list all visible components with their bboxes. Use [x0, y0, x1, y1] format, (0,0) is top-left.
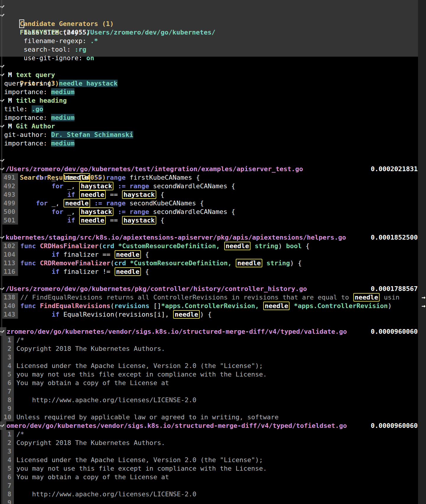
code-token	[20, 191, 67, 198]
code-line[interactable]: 10Unless required by applicable law or a…	[2, 413, 418, 421]
line-number: 493	[2, 190, 18, 199]
code-line[interactable]: 499 for _, needle := range secondKubeCAN…	[2, 199, 418, 207]
chevron-down-icon[interactable]	[0, 98, 4, 102]
prior-spacer	[4, 71, 8, 78]
code-line[interactable]: 113func CRDRemoveFinalizer(crd *CustomRe…	[2, 259, 418, 267]
code-line[interactable]: 4Licensed under the Apache License, Vers…	[2, 456, 418, 464]
code-line[interactable]: 5you may not use this file except in com…	[2, 370, 418, 379]
match-highlight: needle	[236, 259, 262, 267]
candidate-generators-header[interactable]: Candidate Generators (1)	[4, 2, 426, 11]
prior-field-value[interactable]: needle haystack	[59, 80, 118, 87]
code-line[interactable]: 140func FindEqualRevisions(revisions []*…	[2, 302, 418, 310]
code-text: for _, haystack := range secondWardleCAN…	[18, 182, 418, 190]
chevron-down-icon[interactable]	[0, 329, 4, 333]
result-file-row[interactable]: /Users/zromero/dev/go/kubernetes/test/in…	[2, 165, 418, 173]
line-number: 143	[2, 310, 18, 319]
prior-item-header[interactable]: M text query	[2, 71, 418, 79]
code-line[interactable]: 7	[2, 387, 418, 396]
prior-importance-marker: M	[8, 97, 12, 104]
prior-field-value[interactable]: medium	[51, 140, 74, 147]
code-line[interactable]: 491 for _, needle := range firstKubeCANa…	[2, 173, 418, 182]
code-line[interactable]: 492 for _, haystack := range secondWardl…	[2, 182, 418, 190]
result-file-path[interactable]: /Users/zromero/dev/go/kubernetes/pkg/con…	[6, 284, 307, 293]
code-token	[114, 208, 118, 215]
prior-field-value[interactable]: Dr. Stefan Schimanski	[51, 131, 133, 138]
code-token: for	[52, 208, 64, 215]
code-line[interactable]: 104 if finalizer == needle {	[2, 250, 418, 259]
code-text: func FindEqualRevisions(revisions []*app…	[18, 302, 418, 310]
code-text: if needle == haystack {	[18, 216, 418, 225]
code-line[interactable]: 6You may obtain a copy of the License at	[2, 379, 418, 387]
code-line[interactable]: 116 if finalizer != needle {	[2, 267, 418, 276]
setting-value[interactable]: on	[86, 54, 94, 62]
chevron-down-icon[interactable]	[0, 158, 4, 162]
prior-field-value[interactable]: medium	[51, 114, 74, 121]
result-file-path[interactable]: kubernetes/staging/src/k8s.io/apiextensi…	[6, 233, 346, 242]
search-results-header[interactable]: Search Results (24055)	[2, 156, 418, 165]
code-line[interactable]: 7	[2, 481, 418, 490]
code-text	[14, 387, 418, 396]
chevron-down-icon[interactable]	[0, 286, 4, 290]
code-line[interactable]: 4Licensed under the Apache License, Vers…	[2, 361, 418, 370]
code-text: Licensed under the Apache License, Versi…	[14, 456, 418, 464]
result-file-row[interactable]: /Users/zromero/dev/go/kubernetes/pkg/con…	[2, 284, 418, 293]
chevron-down-icon[interactable]	[0, 4, 4, 8]
code-line[interactable]: 501 if needle == haystack {	[2, 216, 418, 225]
code-token: :=	[118, 182, 126, 190]
code-line[interactable]: 8 http://www.apache.org/licenses/LICENSE…	[2, 396, 418, 404]
code-token	[36, 242, 40, 250]
code-token: if	[52, 251, 60, 258]
prior-field: importance:medium	[2, 139, 418, 148]
code-token: (	[110, 302, 114, 310]
result-file-row[interactable]: omero/dev/go/kubernetes/vendor/sigs.k8s.…	[2, 421, 418, 430]
code-line[interactable]: 8 http://www.apache.org/licenses/LICENSE…	[2, 490, 418, 498]
code-token: http://www.apache.org/licenses/LICENSE-2…	[16, 396, 196, 404]
prior-spacer	[4, 97, 8, 104]
code-line[interactable]: 5you may not use this file except in com…	[2, 464, 418, 473]
code-line[interactable]: 2Copyright 2018 The Kubernetes Authors.	[2, 438, 418, 447]
prior-field-value[interactable]: .go	[32, 105, 43, 113]
code-token: secondWardleCANames {	[149, 182, 235, 190]
chevron-down-icon[interactable]	[0, 166, 4, 171]
prior-item-header[interactable]: M title heading	[2, 96, 418, 105]
result-file-row[interactable]: kubernetes/staging/src/k8s.io/apiextensi…	[2, 233, 418, 242]
code-text: if finalizer != needle {	[18, 267, 418, 276]
code-token: )	[388, 302, 392, 310]
code-line[interactable]: 9	[2, 498, 418, 504]
scrollbar[interactable]	[418, 0, 426, 504]
code-line[interactable]: 3	[2, 447, 418, 456]
code-line[interactable]: 6You may obtain a copy of the License at	[2, 473, 418, 481]
code-line[interactable]: 143 if EqualRevision(revisions[i], needl…	[2, 310, 418, 319]
code-line[interactable]: 1/*	[2, 430, 418, 438]
search-results-list: /Users/zromero/dev/go/kubernetes/test/in…	[2, 165, 418, 504]
filesystem-generator-header[interactable]: FILESYSTEM (24055)	[4, 11, 426, 19]
code-token: ) {	[200, 311, 212, 318]
chevron-down-icon[interactable]	[0, 64, 4, 68]
prior-field-value[interactable]: medium	[51, 88, 74, 96]
code-line[interactable]: 500 for _, haystack := range secondWardl…	[2, 207, 418, 216]
priors-header[interactable]: Priors (3)	[2, 62, 418, 71]
result-file-row[interactable]: zromero/dev/go/kubernetes/vendor/sigs.k8…	[2, 327, 418, 336]
setting-label: use-git-ignore:	[24, 54, 82, 62]
line-number: 3	[2, 447, 14, 456]
prior-item-header[interactable]: M Git Author	[2, 122, 418, 130]
code-token: *CustomResourceDefinition,	[130, 259, 232, 267]
search-result: kubernetes/staging/src/k8s.io/apiextensi…	[2, 233, 418, 276]
chevron-down-icon[interactable]	[0, 72, 4, 76]
code-line[interactable]: 9	[2, 404, 418, 413]
code-line[interactable]: 3	[2, 353, 418, 361]
code-token: for	[52, 182, 64, 190]
code-line[interactable]: 102func CRDHasFinalizer(crd *CustomResou…	[2, 242, 418, 250]
result-file-path[interactable]: zromero/dev/go/kubernetes/vendor/sigs.k8…	[6, 327, 347, 336]
chevron-down-icon[interactable]	[0, 124, 4, 128]
code-line[interactable]: 493 if needle == haystack {	[2, 190, 418, 199]
result-file-path[interactable]: /Users/zromero/dev/go/kubernetes/test/in…	[6, 165, 303, 173]
code-line[interactable]: 1/*	[2, 336, 418, 344]
chevron-down-icon[interactable]	[0, 423, 4, 427]
code-line[interactable]: 138// FindEqualRevisions returns all Con…	[2, 293, 418, 302]
code-token	[20, 174, 36, 181]
code-line[interactable]: 2Copyright 2018 The Kubernetes Authors.	[2, 344, 418, 353]
chevron-down-icon[interactable]	[0, 235, 4, 239]
chevron-down-icon[interactable]	[0, 13, 4, 17]
result-file-path[interactable]: omero/dev/go/kubernetes/vendor/sigs.k8s.…	[6, 421, 347, 430]
